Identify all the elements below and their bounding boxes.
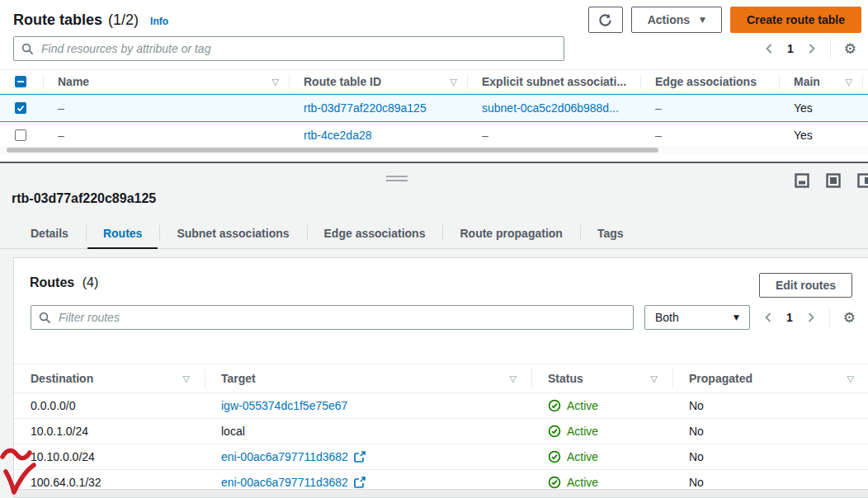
status-active-icon	[548, 450, 561, 463]
routes-pagination: 1 ⚙	[763, 308, 856, 327]
select-all-cell	[0, 70, 43, 93]
col-name[interactable]: Name ▽	[43, 70, 289, 93]
edit-routes-button[interactable]: Edit routes	[759, 273, 852, 298]
route-table-id-link[interactable]: rtb-03d77af220c89a125	[304, 101, 427, 115]
panel-drag-handle[interactable]	[386, 176, 408, 184]
settings-gear-icon[interactable]: ⚙	[844, 42, 856, 56]
route-row: 10.0.1.0/24 local Active No	[14, 419, 868, 444]
refresh-button[interactable]	[588, 7, 623, 33]
col-propagated[interactable]: Propagated ▽	[672, 364, 868, 392]
cell-subnet: –	[467, 129, 640, 142]
route-propagated: No	[672, 450, 868, 463]
vpc-route-tables-screen: { "header": { "title": "Route tables", "…	[0, 0, 868, 498]
route-target-local: local	[205, 425, 531, 438]
route-table-id-link[interactable]: rtb-4ce2da28	[304, 129, 372, 142]
col-extra	[862, 70, 868, 93]
routes-filter[interactable]	[31, 305, 634, 330]
tab-routes[interactable]: Routes	[86, 218, 159, 248]
page-number[interactable]: 1	[786, 311, 793, 324]
routes-card: Routes (4) Edit routes Both ▼ 1	[13, 257, 868, 498]
search-input[interactable]	[40, 41, 556, 56]
route-propagated: No	[672, 476, 868, 489]
cell-name: –	[43, 129, 289, 142]
info-link[interactable]: Info	[150, 16, 168, 27]
routes-table: Destination ▽ Target ▽ Status ▽ Propagat…	[14, 364, 868, 496]
row-checkbox-checked[interactable]	[15, 102, 26, 114]
col-route-table-id[interactable]: Route table ID ▽	[289, 70, 467, 93]
cell-edge: –	[640, 129, 779, 142]
tab-subnet-associations[interactable]: Subnet associations	[159, 218, 306, 248]
refresh-icon	[598, 13, 612, 27]
sort-icon[interactable]: ▽	[510, 374, 517, 384]
row-checkbox[interactable]	[15, 129, 26, 141]
cell-edge: –	[640, 101, 779, 115]
routes-filter-row: Both ▼ 1 ⚙	[31, 305, 856, 330]
routes-count: (4)	[83, 275, 99, 289]
detail-tabs: Details Routes Subnet associations Edge …	[0, 218, 868, 249]
settings-gear-icon[interactable]: ⚙	[843, 311, 856, 325]
route-destination: 10.10.0.0/24	[14, 450, 205, 463]
route-tables-header: Route tables (1/2) Info Actions ▼ Create…	[13, 6, 861, 34]
route-propagated: No	[672, 425, 868, 438]
eni-link[interactable]: eni-00ac6a797711d3682	[221, 476, 348, 489]
tab-tags[interactable]: Tags	[580, 218, 641, 248]
status-active-icon	[548, 399, 561, 412]
col-status[interactable]: Status ▽	[531, 364, 672, 392]
route-destination: 100.64.0.1/32	[14, 476, 205, 489]
col-destination[interactable]: Destination ▽	[14, 364, 205, 392]
col-explicit-subnet[interactable]: Explicit subnet associati...	[467, 70, 640, 93]
next-page-button[interactable]	[806, 312, 816, 323]
prev-page-button[interactable]	[763, 312, 773, 323]
actions-button[interactable]: Actions ▼	[631, 7, 722, 33]
route-row: 0.0.0.0/0 igw-055374dc1f5e75e67 Active N…	[14, 393, 868, 419]
divider	[830, 39, 831, 59]
next-page-button[interactable]	[807, 43, 817, 54]
igw-link[interactable]: igw-055374dc1f5e75e67	[221, 399, 347, 412]
panel-layout-controls	[795, 173, 868, 188]
col-edge-associations[interactable]: Edge associations	[640, 70, 779, 93]
sort-icon[interactable]: ▽	[272, 77, 279, 87]
route-row: 10.10.0.0/24 eni-00ac6a797711d3682 Activ…	[14, 444, 868, 470]
select-all-checkbox[interactable]	[15, 76, 26, 87]
status-active-icon	[548, 425, 561, 438]
tab-route-propagation[interactable]: Route propagation	[442, 218, 579, 248]
panel-bottom-icon[interactable]	[795, 173, 809, 188]
col-main[interactable]: Main ▽	[779, 70, 862, 93]
page-number[interactable]: 1	[787, 42, 794, 55]
external-link-icon[interactable]	[354, 477, 366, 488]
prev-page-button[interactable]	[764, 43, 774, 54]
panel-maximize-icon[interactable]	[826, 173, 841, 188]
status-badge: Active	[548, 450, 598, 463]
tab-edge-associations[interactable]: Edge associations	[307, 218, 443, 248]
route-tables-table-header: Name ▽ Route table ID ▽ Explicit subnet …	[0, 69, 868, 94]
sort-icon[interactable]: ▽	[846, 77, 852, 87]
status-badge: Active	[548, 425, 598, 438]
subnet-link[interactable]: subnet-0ca5c2d06b988d...	[482, 101, 619, 115]
tab-details[interactable]: Details	[13, 218, 86, 248]
col-target[interactable]: Target ▽	[205, 364, 531, 392]
route-destination: 0.0.0.0/0	[14, 399, 205, 412]
chevron-down-icon: ▼	[734, 313, 739, 322]
status-badge: Active	[548, 399, 598, 412]
sort-icon[interactable]: ▽	[183, 374, 190, 384]
resource-search[interactable]	[13, 36, 564, 61]
create-route-table-button[interactable]: Create route table	[730, 7, 861, 33]
route-type-select[interactable]: Both ▼	[644, 305, 750, 330]
cell-name: –	[43, 101, 289, 115]
route-propagated: No	[672, 399, 868, 412]
routes-filter-input[interactable]	[57, 310, 625, 325]
sort-icon[interactable]: ▽	[847, 374, 854, 384]
card-horizontal-scrollbar[interactable]	[14, 489, 868, 497]
route-destination: 10.0.1.0/24	[14, 425, 205, 438]
horizontal-scrollbar	[0, 146, 868, 154]
sort-icon[interactable]: ▽	[651, 374, 658, 384]
panel-side-icon[interactable]	[857, 173, 868, 188]
sort-icon[interactable]: ▽	[451, 77, 457, 87]
split-panel: rtb-03d77af220c89a125 Details Routes Sub…	[0, 162, 868, 498]
scrollbar-thumb[interactable]	[7, 148, 658, 153]
external-link-icon[interactable]	[354, 451, 366, 463]
routes-card-title: Routes (4)	[30, 275, 98, 290]
table-row[interactable]: – rtb-03d77af220c89a125 subnet-0ca5c2d06…	[0, 94, 868, 122]
selection-count: (1/2)	[108, 12, 139, 29]
eni-link[interactable]: eni-00ac6a797711d3682	[221, 450, 348, 463]
